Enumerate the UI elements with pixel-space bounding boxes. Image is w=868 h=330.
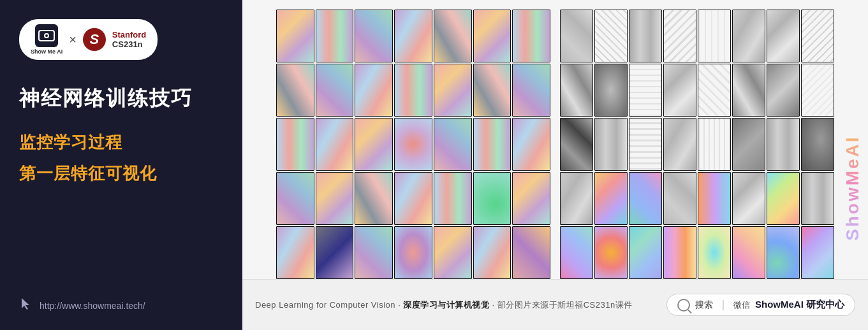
grid-cell <box>801 64 834 117</box>
stanford-name: Stanford <box>112 30 146 39</box>
grid-cell <box>629 118 662 171</box>
grid-cell <box>663 64 696 117</box>
grid-cell <box>663 172 696 225</box>
grid-cell <box>663 226 696 279</box>
grid-cell <box>394 64 432 117</box>
highlight-section: 监控学习过程 第一层特征可视化 <box>19 131 223 185</box>
grid-cell <box>512 172 550 225</box>
grid-cell <box>434 172 472 225</box>
grid-cell <box>560 172 593 225</box>
stanford-text: Stanford CS231n <box>112 30 146 49</box>
grid-cell <box>767 10 800 62</box>
grid-cell <box>316 10 354 62</box>
highlight-text-1: 监控学习过程 <box>19 131 223 154</box>
grid-cell <box>698 226 731 279</box>
grid-cell <box>629 172 662 225</box>
grid-cell <box>512 118 550 171</box>
search-divider: ｜ <box>718 298 728 312</box>
grid-cell <box>594 226 628 279</box>
grid-cell <box>767 226 800 279</box>
grid-cell <box>276 10 314 62</box>
main-title: 神经网络训练技巧 <box>19 85 223 112</box>
grid-cell <box>434 10 472 62</box>
grid-cell <box>560 226 593 279</box>
grid-cell <box>663 10 696 62</box>
showmeai-logo: Show Me AI <box>31 24 63 55</box>
bottom-area: Deep Learning for Computer Vision · 深度学习… <box>242 279 868 330</box>
left-image-grid <box>276 10 550 279</box>
grid-cell <box>801 172 834 225</box>
grid-cell <box>767 118 800 171</box>
grid-cell <box>316 64 354 117</box>
highlight-text-2: 第一层特征可视化 <box>19 162 223 185</box>
grid-cell <box>473 10 511 62</box>
stanford-course: CS231n <box>112 39 146 49</box>
grid-cell <box>512 64 550 117</box>
grid-cell <box>594 64 628 117</box>
grid-cell <box>594 172 628 225</box>
grid-cell <box>512 226 550 279</box>
left-panel: Show Me AI × S Stanford CS231n 神经网络训练技巧 … <box>0 0 242 330</box>
grid-cell <box>276 172 314 225</box>
grid-cell <box>698 10 731 62</box>
grid-cell <box>801 226 834 279</box>
times-sign: × <box>69 32 77 47</box>
grid-cell <box>560 118 593 171</box>
website-url: http://www.showmeai.tech/ <box>40 301 145 311</box>
grid-cell <box>732 118 765 171</box>
grid-cell <box>355 226 393 279</box>
search-box[interactable]: 搜索 ｜ 微信 ShowMeAI 研究中心 <box>666 294 855 316</box>
images-area: ShowMeAI <box>242 0 868 279</box>
grid-cell <box>473 226 511 279</box>
grid-cell <box>434 118 472 171</box>
caption-prefix: Deep Learning for Computer Vision · <box>255 300 403 310</box>
grid-cell <box>512 10 550 62</box>
grid-cell <box>316 226 354 279</box>
stanford-s-logo: S <box>83 28 106 51</box>
grid-cell <box>276 118 314 171</box>
grid-cell <box>276 64 314 117</box>
grid-cell <box>394 172 432 225</box>
grid-cell <box>801 118 834 171</box>
grid-cell <box>394 10 432 62</box>
grid-cell <box>698 64 731 117</box>
grid-cell <box>732 226 765 279</box>
grid-cell <box>355 172 393 225</box>
grid-cell <box>767 64 800 117</box>
grid-cell <box>316 118 354 171</box>
grid-cell <box>276 226 314 279</box>
grid-cell <box>434 226 472 279</box>
grid-cell <box>355 118 393 171</box>
grid-cell <box>801 10 834 62</box>
caption-bold: 深度学习与计算机视觉 <box>403 300 489 310</box>
grid-cell <box>394 226 432 279</box>
showmeai-icon <box>35 24 58 47</box>
grid-cell <box>316 172 354 225</box>
grid-cell <box>473 118 511 171</box>
grid-cell <box>698 172 731 225</box>
brand-name: ShowMeAI 研究中心 <box>755 299 844 311</box>
grid-cell <box>560 10 593 62</box>
bottom-caption: Deep Learning for Computer Vision · 深度学习… <box>255 299 633 311</box>
grid-cell <box>560 64 593 117</box>
search-label: 搜索 <box>695 299 713 311</box>
showmeai-label: Show Me AI <box>31 48 63 55</box>
grid-cell <box>732 10 765 62</box>
wechat-label: 微信 <box>733 299 750 311</box>
watermark: ShowMeAI <box>842 13 863 241</box>
grid-cell <box>355 64 393 117</box>
grid-cell <box>732 172 765 225</box>
grid-cell <box>355 10 393 62</box>
grid-cell <box>434 64 472 117</box>
grid-cell <box>594 10 628 62</box>
search-icon <box>677 299 690 312</box>
grid-cell <box>594 118 628 171</box>
grid-cell <box>629 10 662 62</box>
website-area[interactable]: http://www.showmeai.tech/ <box>19 297 145 314</box>
grid-cell <box>473 64 511 117</box>
grid-cell <box>698 118 731 171</box>
logo-area: Show Me AI × S Stanford CS231n <box>19 19 158 60</box>
grid-cell <box>629 64 662 117</box>
caption-suffix: · 部分图片来源于斯坦福CS231n课件 <box>489 300 632 310</box>
grid-cell <box>663 118 696 171</box>
